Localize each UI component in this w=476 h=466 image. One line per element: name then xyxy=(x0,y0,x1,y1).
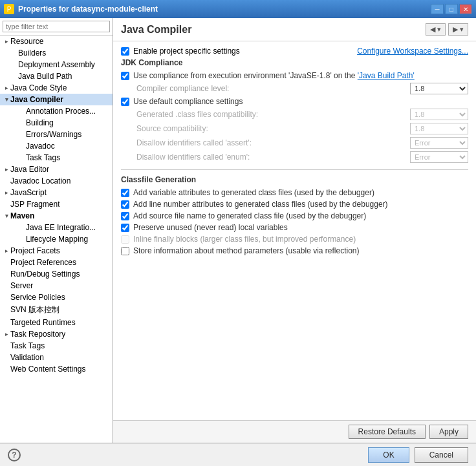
ok-button[interactable]: OK xyxy=(368,447,409,463)
sidebar-label-java-code-style: Java Code Style xyxy=(10,83,67,92)
sidebar-item-resource[interactable]: ▸Resource xyxy=(0,36,113,47)
classfile-title: Classfile Generation xyxy=(121,175,468,184)
assert-select[interactable]: Error xyxy=(410,137,468,149)
sidebar-label-java-build-path: Java Build Path xyxy=(18,72,72,81)
sidebar-label-server: Server xyxy=(10,281,33,290)
maximize-button[interactable]: □ xyxy=(445,4,458,14)
classfile-checkbox-row-store-method-params: Store information about method parameter… xyxy=(121,246,468,255)
tree-toggle-task-tags-root xyxy=(3,342,10,350)
forward-button[interactable]: ▶ ▾ xyxy=(448,23,468,36)
enum-select[interactable]: Error xyxy=(410,151,468,163)
tree-toggle-deployment-assembly xyxy=(10,61,18,69)
sidebar-item-building[interactable]: Building xyxy=(0,117,113,129)
classfile-checkbox-add-line-number[interactable] xyxy=(121,200,129,209)
tree-toggle-service-policies xyxy=(3,293,10,301)
window-controls: ─ □ ✕ xyxy=(431,4,472,14)
sidebar-item-lifecycle-mapping[interactable]: Lifecycle Mapping xyxy=(0,233,113,245)
sidebar-item-java-build-path[interactable]: Java Build Path xyxy=(0,70,113,82)
sidebar-item-jsp-fragment[interactable]: JSP Fragment xyxy=(0,198,113,210)
sidebar-label-task-tags: Task Tags xyxy=(26,153,60,162)
sidebar-item-server[interactable]: Server xyxy=(0,280,113,291)
enum-label: Disallow identifiers called 'enum': xyxy=(121,153,410,162)
sidebar-item-run-debug-settings[interactable]: Run/Debug Settings xyxy=(0,268,113,280)
sidebar-item-javadoc-location[interactable]: Javadoc Location xyxy=(0,175,113,187)
sidebar-item-java-ee-integration[interactable]: Java EE Integratio... xyxy=(0,222,113,233)
generated-class-label: Generated .class files compatibility: xyxy=(121,110,410,119)
tree-toggle-java-code-style[interactable]: ▸ xyxy=(3,84,10,92)
sidebar-label-annotation-processing: Annotation Proces... xyxy=(26,107,96,116)
tree-toggle-javascript[interactable]: ▸ xyxy=(3,189,10,196)
use-compliance-checkbox[interactable] xyxy=(121,72,129,80)
sidebar-item-java-compiler[interactable]: ▾Java Compiler xyxy=(0,94,113,105)
tree-toggle-resource[interactable]: ▸ xyxy=(3,37,10,45)
sidebar-item-task-tags[interactable]: Task Tags xyxy=(0,152,113,164)
sidebar-item-javadoc[interactable]: Javadoc xyxy=(0,140,113,152)
classfile-checkbox-add-variable[interactable] xyxy=(121,189,129,197)
generated-class-select[interactable]: 1.8 xyxy=(410,109,468,120)
sidebar-item-errors-warnings[interactable]: Errors/Warnings xyxy=(0,129,113,140)
sidebar-item-task-tags-root[interactable]: Task Tags xyxy=(0,340,113,352)
sidebar-item-service-policies[interactable]: Service Policies xyxy=(0,291,113,303)
sidebar-label-lifecycle-mapping: Lifecycle Mapping xyxy=(26,235,88,244)
tree-toggle-project-facets[interactable]: ▸ xyxy=(3,247,10,255)
sidebar-item-annotation-processing[interactable]: Annotation Proces... xyxy=(0,105,113,117)
sidebar-item-javascript[interactable]: ▸JavaScript xyxy=(0,187,113,198)
divider xyxy=(121,169,468,170)
tree-toggle-building xyxy=(18,119,26,127)
tree-toggle-task-repository[interactable]: ▸ xyxy=(3,330,10,338)
source-compat-label: Source compatibility: xyxy=(121,124,410,133)
restore-defaults-button[interactable]: Restore Defaults xyxy=(349,425,426,439)
classfile-checkbox-add-source-file[interactable] xyxy=(121,212,129,220)
sidebar-item-builders[interactable]: Builders xyxy=(0,47,113,59)
tree-toggle-validation xyxy=(3,354,10,361)
classfile-checkbox-row-preserve-unused: Preserve unused (never read) local varia… xyxy=(121,223,468,232)
back-button[interactable]: ◀ ▾ xyxy=(426,23,446,36)
filter-wrapper xyxy=(0,18,113,36)
sidebar-item-web-content-settings[interactable]: Web Content Settings xyxy=(0,363,113,375)
classfile-checkbox-preserve-unused[interactable] xyxy=(121,224,129,232)
source-compat-select[interactable]: 1.8 xyxy=(410,123,468,134)
sidebar-label-java-compiler: Java Compiler xyxy=(10,95,63,104)
sidebar-label-javadoc: Javadoc xyxy=(26,142,55,151)
sidebar-item-task-repository[interactable]: ▸Task Repository xyxy=(0,328,113,340)
classfile-checkbox-inline-finally xyxy=(121,235,129,244)
tree-toggle-java-ee-integration xyxy=(18,224,26,231)
sidebar-label-java-ee-integration: Java EE Integratio... xyxy=(26,223,96,232)
help-icon[interactable]: ? xyxy=(8,449,21,461)
sidebar-item-java-code-style[interactable]: ▸Java Code Style xyxy=(0,82,113,94)
classfile-label-preserve-unused: Preserve unused (never read) local varia… xyxy=(133,223,288,232)
cancel-button[interactable]: Cancel xyxy=(415,447,468,463)
sidebar-item-validation[interactable]: Validation xyxy=(0,352,113,363)
minimize-button[interactable]: ─ xyxy=(431,4,444,14)
tree-toggle-java-build-path xyxy=(10,72,18,80)
sidebar-item-project-references[interactable]: Project References xyxy=(0,257,113,268)
close-button[interactable]: ✕ xyxy=(459,4,472,14)
compiler-compliance-select[interactable]: 1.8 xyxy=(410,83,468,94)
tree-toggle-server xyxy=(3,282,10,290)
sidebar-label-builders: Builders xyxy=(18,48,46,58)
apply-button[interactable]: Apply xyxy=(429,425,468,439)
sidebar-label-jsp-fragment: JSP Fragment xyxy=(10,200,60,209)
tree-toggle-annotation-processing xyxy=(18,107,26,115)
sidebar-item-java-editor[interactable]: ▸Java Editor xyxy=(0,164,113,175)
sidebar-item-maven[interactable]: ▾Maven xyxy=(0,210,113,222)
sidebar-item-deployment-assembly[interactable]: Deployment Assembly xyxy=(0,59,113,70)
use-default-label: Use default compliance settings xyxy=(133,97,243,106)
generated-class-row: Generated .class files compatibility: 1.… xyxy=(121,109,468,120)
sidebar-item-svn[interactable]: SVN 版本控制 xyxy=(0,303,113,317)
enable-specific-checkbox[interactable] xyxy=(121,47,129,56)
filter-input[interactable] xyxy=(3,21,110,32)
tree-toggle-maven[interactable]: ▾ xyxy=(3,212,10,220)
sidebar-item-targeted-runtimes[interactable]: Targeted Runtimes xyxy=(0,317,113,328)
tree-toggle-java-editor[interactable]: ▸ xyxy=(3,165,10,173)
tree-toggle-java-compiler[interactable]: ▾ xyxy=(3,96,10,103)
classfile-checkbox-store-method-params[interactable] xyxy=(121,247,129,255)
configure-workspace-link[interactable]: Configure Workspace Settings... xyxy=(357,47,468,56)
tree-toggle-javadoc xyxy=(18,142,26,150)
use-default-checkbox[interactable] xyxy=(121,98,129,106)
title-bar: P Properties for datasync-module-client … xyxy=(0,0,476,18)
java-build-path-link[interactable]: 'Java Build Path' xyxy=(358,71,415,80)
sidebar-label-validation: Validation xyxy=(10,353,44,362)
compiler-compliance-label: Compiler compliance level: xyxy=(121,84,410,93)
sidebar-item-project-facets[interactable]: ▸Project Facets xyxy=(0,245,113,257)
